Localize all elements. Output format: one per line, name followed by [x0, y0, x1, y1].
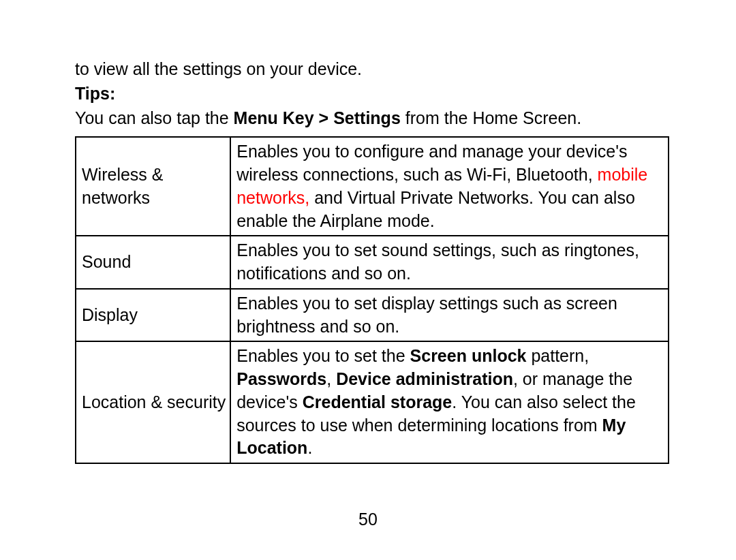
setting-name: Sound [76, 236, 230, 289]
tip-prefix: You can also tap the [75, 108, 234, 127]
desc-text: . [307, 438, 312, 457]
intro-text: to view all the settings on your device. [75, 58, 669, 81]
desc-bold: Screen unlock [410, 346, 527, 365]
page-number: 50 [0, 508, 736, 531]
setting-name: Wireless & networks [76, 137, 230, 236]
setting-desc: Enables you to set sound settings, such … [230, 236, 669, 289]
desc-text: Enables you to configure and manage your… [236, 142, 627, 184]
desc-bold: Passwords [236, 369, 326, 388]
table-row: Wireless & networks Enables you to confi… [76, 137, 669, 236]
tip-line: You can also tap the Menu Key > Settings… [75, 107, 669, 130]
setting-desc: Enables you to configure and manage your… [230, 137, 669, 236]
setting-desc: Enables you to set display settings such… [230, 289, 669, 342]
manual-page: to view all the settings on your device.… [0, 0, 736, 560]
desc-text: pattern, [526, 346, 589, 365]
table-row: Location & security Enables you to set t… [76, 341, 669, 463]
setting-name: Display [76, 289, 230, 342]
desc-text: Enables you to set the [236, 346, 410, 365]
settings-table: Wireless & networks Enables you to confi… [75, 136, 669, 464]
desc-bold: Device administration [336, 369, 513, 388]
tip-suffix: from the Home Screen. [405, 108, 581, 127]
desc-bold: Credential storage [303, 392, 453, 411]
table-row: Sound Enables you to set sound settings,… [76, 236, 669, 289]
table-row: Display Enables you to set display setti… [76, 289, 669, 342]
setting-desc: Enables you to set the Screen unlock pat… [230, 341, 669, 463]
tips-heading: Tips: [75, 82, 669, 106]
tip-bold: Menu Key > Settings [234, 108, 405, 127]
setting-name: Location & security [76, 341, 230, 463]
desc-text: , [326, 369, 336, 388]
